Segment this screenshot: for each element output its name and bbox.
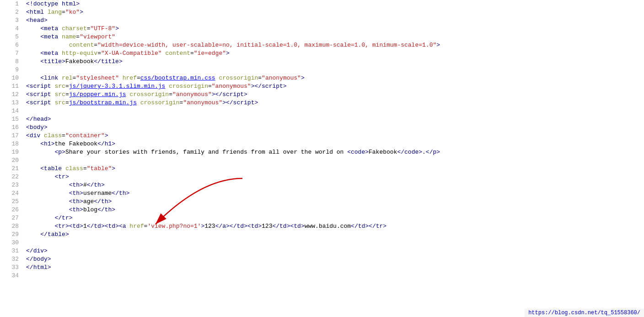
code-line: 25 <th>age</th> [0, 198, 644, 206]
line-number: 5 [0, 33, 24, 41]
code-line: 33</html> [0, 263, 644, 272]
line-content [24, 272, 644, 280]
line-content: <head> [24, 16, 644, 25]
code-line: 28 <tr><td>1</td><td><a href='view.php?n… [0, 222, 644, 231]
line-content: </div> [24, 247, 644, 255]
code-line: 23 <th>#</th> [0, 181, 644, 189]
line-content: <div class="container"> [24, 132, 644, 140]
code-line: 13<script src=js/bootstrap.min.js crosso… [0, 99, 644, 107]
status-url: https://blog.csdn.net/tq_51558360/ [528, 310, 640, 316]
line-number: 25 [0, 198, 24, 206]
line-number: 11 [0, 82, 24, 91]
line-content: <th>#</th> [24, 181, 644, 189]
code-line: 11<script src=js/jquery-3.3.1.slim.min.j… [0, 82, 644, 91]
code-line: 32</body> [0, 255, 644, 263]
code-line: 26 <th>blog</th> [0, 206, 644, 214]
line-content: <tr> [24, 173, 644, 181]
line-number: 16 [0, 124, 24, 132]
line-content: <th>username</th> [24, 189, 644, 198]
line-content: <script src=js/popper.min.js crossorigin… [24, 91, 644, 99]
code-line: 19 <p>Share your stories with friends, f… [0, 148, 644, 156]
code-line: 7 <meta http-equiv="X-UA-Compatible" con… [0, 49, 644, 58]
line-number: 21 [0, 165, 24, 173]
line-content: <html lang="ko"> [24, 8, 644, 16]
line-number: 6 [0, 41, 24, 49]
line-content [24, 239, 644, 247]
line-content: <title>Fakebook</title> [24, 58, 644, 66]
code-table: 1<!doctype html>2<html lang="ko">3<head>… [0, 0, 644, 280]
line-content: <script src=js/jquery-3.3.1.slim.min.js … [24, 82, 644, 91]
line-number: 19 [0, 148, 24, 156]
line-number: 31 [0, 247, 24, 255]
line-number: 23 [0, 181, 24, 189]
code-line: 5 <meta name="viewport" [0, 33, 644, 41]
line-number: 12 [0, 91, 24, 99]
line-content: content="width=device-width, user-scalab… [24, 41, 644, 49]
line-content: <p>Share your stories with friends, fami… [24, 148, 644, 156]
line-number: 17 [0, 132, 24, 140]
line-content: <meta name="viewport" [24, 33, 644, 41]
line-number: 14 [0, 107, 24, 115]
line-number: 2 [0, 8, 24, 16]
line-number: 7 [0, 49, 24, 58]
line-number: 30 [0, 239, 24, 247]
code-line: 31</div> [0, 247, 644, 255]
line-content: <script src=js/bootstrap.min.js crossori… [24, 99, 644, 107]
code-line: 15</head> [0, 115, 644, 124]
line-content: </html> [24, 263, 644, 272]
line-number: 24 [0, 189, 24, 198]
line-content: <tr><td>1</td><td><a href='view.php?no=1… [24, 222, 644, 231]
line-content [24, 107, 644, 115]
code-line: 3<head> [0, 16, 644, 25]
code-line: 30 [0, 239, 644, 247]
status-bar: https://blog.csdn.net/tq_51558360/ [525, 309, 644, 317]
code-line: 22 <tr> [0, 173, 644, 181]
code-line: 21 <table class="table"> [0, 165, 644, 173]
line-content: <meta http-equiv="X-UA-Compatible" conte… [24, 49, 644, 58]
code-line: 34 [0, 272, 644, 280]
line-number: 8 [0, 58, 24, 66]
code-line: 18 <h1>the Fakebook</h1> [0, 140, 644, 148]
code-line: 1<!doctype html> [0, 0, 644, 8]
line-number: 4 [0, 25, 24, 33]
code-line: 20 [0, 156, 644, 165]
code-line: 24 <th>username</th> [0, 189, 644, 198]
code-line: 29 </table> [0, 231, 644, 239]
code-line: 6 content="width=device-width, user-scal… [0, 41, 644, 49]
line-number: 9 [0, 66, 24, 74]
code-line: 8 <title>Fakebook</title> [0, 58, 644, 66]
line-content: <meta charset="UTF-8"> [24, 25, 644, 33]
line-content: </body> [24, 255, 644, 263]
code-line: 2<html lang="ko"> [0, 8, 644, 16]
code-line: 27 </tr> [0, 214, 644, 222]
line-content: <body> [24, 124, 644, 132]
line-number: 18 [0, 140, 24, 148]
line-number: 20 [0, 156, 24, 165]
code-line: 17<div class="container"> [0, 132, 644, 140]
line-number: 1 [0, 0, 24, 8]
line-number: 28 [0, 222, 24, 231]
line-number: 26 [0, 206, 24, 214]
line-number: 15 [0, 115, 24, 124]
code-line: 4 <meta charset="UTF-8"> [0, 25, 644, 33]
line-content [24, 66, 644, 74]
code-line: 12<script src=js/popper.min.js crossorig… [0, 91, 644, 99]
line-content: <table class="table"> [24, 165, 644, 173]
line-content: <h1>the Fakebook</h1> [24, 140, 644, 148]
code-line: 10 <link rel="stylesheet" href=css/boots… [0, 74, 644, 82]
line-content: <th>age</th> [24, 198, 644, 206]
line-number: 29 [0, 231, 24, 239]
line-number: 27 [0, 214, 24, 222]
line-number: 3 [0, 16, 24, 25]
code-viewer: 1<!doctype html>2<html lang="ko">3<head>… [0, 0, 644, 317]
line-number: 34 [0, 272, 24, 280]
line-content: </tr> [24, 214, 644, 222]
line-content: <link rel="stylesheet" href=css/bootstra… [24, 74, 644, 82]
line-content: </head> [24, 115, 644, 124]
line-number: 22 [0, 173, 24, 181]
line-content: </table> [24, 231, 644, 239]
line-number: 32 [0, 255, 24, 263]
line-content: <th>blog</th> [24, 206, 644, 214]
line-content: <!doctype html> [24, 0, 644, 8]
line-number: 33 [0, 263, 24, 272]
